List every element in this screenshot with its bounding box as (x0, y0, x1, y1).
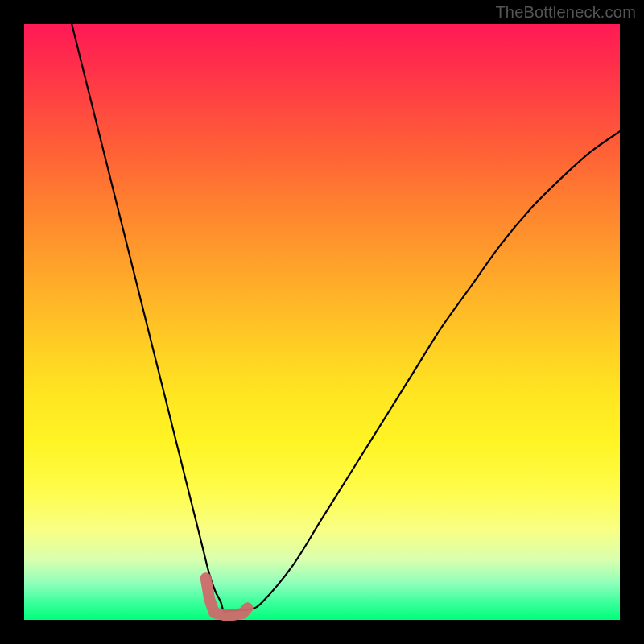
watermark-text: TheBottleneck.com (495, 3, 636, 22)
chart-plot-area (24, 24, 620, 620)
bottleneck-chart-svg (24, 24, 620, 620)
operating-range-marker (206, 578, 248, 615)
bottleneck-curve-path (72, 24, 620, 612)
